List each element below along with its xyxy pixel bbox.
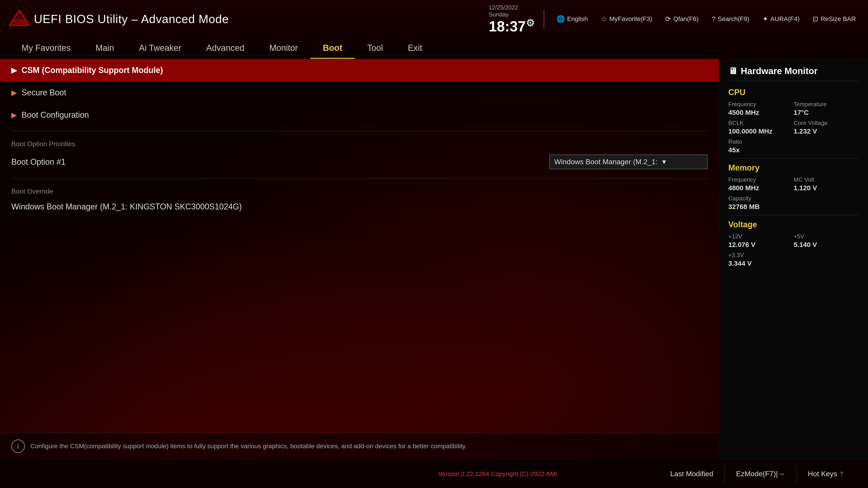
header: ROG UEFI BIOS Utility – Advanced Mode 12… (0, 0, 868, 59)
tab-boot[interactable]: Boot (310, 38, 355, 59)
boot-priorities-label: Boot Option Priorities (0, 135, 719, 150)
menu-item-secure-boot[interactable]: ▶ Secure Boot (0, 82, 719, 104)
aura-icon: ✦ (763, 15, 768, 23)
hw-cpu-ratio: Ratio 45x (728, 138, 794, 154)
fan-icon: ⟳ (665, 15, 671, 23)
qfan-button[interactable]: ⟳ Qfan(F6) (662, 13, 702, 25)
hw-memory-title: Memory (728, 163, 859, 173)
hw-voltage-title: Voltage (728, 220, 859, 229)
settings-icon[interactable]: ⚙ (526, 18, 535, 29)
hw-volt-33-row: +3.3V 3.344 V (728, 252, 859, 267)
tab-main[interactable]: Main (83, 38, 126, 59)
hw-volt-12: +12V 12.076 V (728, 233, 794, 249)
hw-mem-freq-volt-row: Frequency 4800 MHz MC Volt 1.120 V (728, 176, 859, 192)
date-text: 12/25/2022 Sunday (489, 4, 518, 18)
tab-monitor[interactable]: Monitor (257, 38, 310, 59)
hw-mem-capacity: Capacity 32768 MB (728, 195, 794, 210)
last-modified-button[interactable]: Last Modified (659, 465, 724, 483)
tab-advanced[interactable]: Advanced (194, 38, 257, 59)
hw-volt-12-5-row: +12V 12.076 V +5V 5.140 V (728, 233, 859, 249)
boot-option-1-label: Boot Option #1 (11, 157, 66, 167)
arrow-icon: ▶ (11, 66, 17, 74)
hw-cpu-bclk: BCLK 100.0000 MHz (728, 120, 794, 135)
menu-item-csm[interactable]: ▶ CSM (Compatibility Support Module) (0, 59, 719, 82)
hw-cpu-temperature: Temperature 17°C (794, 101, 859, 116)
footer-buttons: Last Modified EzMode(F7)|→ Hot Keys ? (659, 465, 855, 483)
myfavorite-button[interactable]: ☆ MyFavorite(F3) (598, 13, 655, 25)
boot-option-1-row: Boot Option #1 Windows Boot Manager (M.2… (0, 150, 719, 174)
hot-keys-button[interactable]: Hot Keys ? (796, 465, 855, 483)
search-button[interactable]: ? Search(F9) (709, 13, 753, 25)
tab-exit[interactable]: Exit (395, 38, 434, 59)
search-icon: ? (712, 15, 716, 23)
hw-cpu-bclk-voltage-row: BCLK 100.0000 MHz Core Voltage 1.232 V (728, 120, 859, 135)
resizebar-button[interactable]: ⊡ ReSize BAR (809, 13, 859, 25)
footer: Version 2.22.1284 Copyright (C) 2022 AMI… (0, 459, 868, 488)
arrow-icon: ▶ (11, 88, 17, 97)
header-right: 12/25/2022 Sunday 18:37⚙ 🌐 English ☆ (489, 4, 859, 34)
footer-version: Version 2.22.1284 Copyright (C) 2022 AMI (336, 470, 659, 478)
hw-volt-5: +5V 5.140 V (794, 233, 859, 249)
datetime-display: 12/25/2022 Sunday 18:37⚙ (489, 4, 535, 34)
tab-ai-tweaker[interactable]: Ai Tweaker (127, 38, 194, 59)
hw-sep-1 (728, 158, 859, 159)
svg-text:ROG: ROG (12, 18, 26, 24)
separator (11, 131, 708, 131)
info-icon: i (11, 440, 25, 453)
toolbar-buttons: 🌐 English ☆ MyFavorite(F3) ⟳ Qfan(F6) ? … (553, 13, 859, 25)
aura-button[interactable]: ✦ AURA(F4) (759, 13, 803, 25)
boot-override-label: Boot Override (0, 183, 719, 197)
tab-tool[interactable]: Tool (355, 38, 395, 59)
separator-2 (11, 178, 708, 178)
hw-cpu-freq-temp-row: Frequency 4500 MHz Temperature 17°C (728, 101, 859, 116)
hw-mem-mc-volt: MC Volt 1.120 V (794, 176, 859, 192)
info-text: Configure the CSM(compatibility support … (30, 442, 467, 451)
arrow-icon: ▶ (11, 111, 17, 119)
resizebar-icon: ⊡ (813, 15, 818, 23)
tab-my-favorites[interactable]: My Favorites (9, 38, 83, 59)
hw-cpu-frequency: Frequency 4500 MHz (728, 101, 794, 116)
hw-cpu-title: CPU (728, 88, 859, 97)
time-display: 18:37⚙ (489, 18, 535, 34)
language-button[interactable]: 🌐 English (553, 13, 591, 25)
main-content: ▶ CSM (Compatibility Support Module) ▶ S… (0, 59, 719, 459)
hw-cpu-core-voltage: Core Voltage 1.232 V (794, 120, 859, 135)
hw-mem-frequency: Frequency 4800 MHz (728, 176, 794, 192)
dropdown-arrow-icon: ▼ (661, 158, 667, 166)
hw-mem-capacity-row: Capacity 32768 MB (728, 195, 859, 210)
favorite-icon: ☆ (601, 15, 607, 23)
hw-monitor-title: 🖥 Hardware Monitor (728, 66, 859, 81)
hot-keys-icon: ? (840, 470, 843, 477)
language-icon: 🌐 (557, 15, 565, 23)
boot-override-item-1[interactable]: Windows Boot Manager (M.2_1: KINGSTON SK… (0, 197, 719, 216)
ez-mode-button[interactable]: EzMode(F7)|→ (724, 465, 796, 483)
content-area: ▶ CSM (Compatibility Support Module) ▶ S… (0, 59, 868, 459)
rog-logo-icon: ROG (9, 10, 29, 28)
boot-option-1-dropdown[interactable]: Windows Boot Manager (M.2_1: ▼ (549, 155, 708, 169)
hw-volt-33: +3.3V 3.344 V (728, 252, 794, 267)
info-bar: i Configure the CSM(compatibility suppor… (0, 433, 719, 459)
logo-area: ROG UEFI BIOS Utility – Advanced Mode (9, 10, 229, 28)
hw-cpu-ratio-row: Ratio 45x (728, 138, 859, 154)
divider (544, 10, 544, 28)
nav-tabs: My Favorites Main Ai Tweaker Advanced Mo… (9, 38, 859, 59)
hw-monitor-panel: 🖥 Hardware Monitor CPU Frequency 4500 MH… (719, 59, 868, 459)
bios-title: UEFI BIOS Utility – Advanced Mode (34, 12, 229, 26)
menu-item-boot-config[interactable]: ▶ Boot Configuration (0, 104, 719, 126)
monitor-icon: 🖥 (728, 66, 737, 76)
